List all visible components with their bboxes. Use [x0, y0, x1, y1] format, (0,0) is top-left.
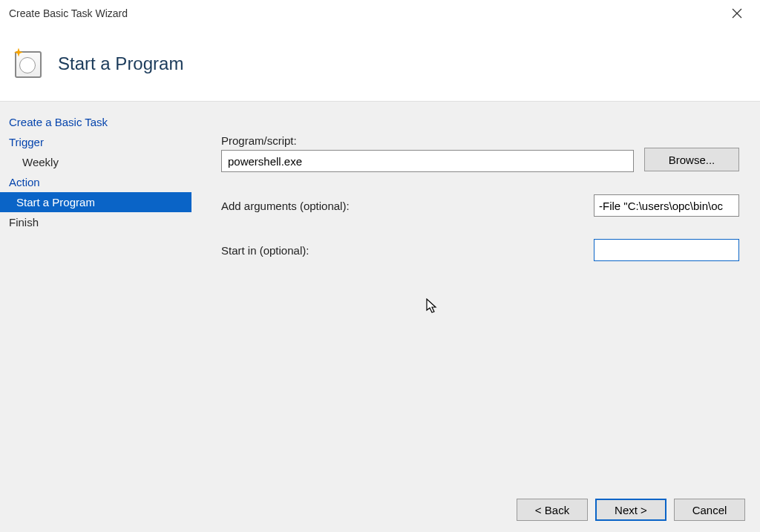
sidebar-step-action[interactable]: Action: [0, 172, 191, 192]
back-button[interactable]: < Back: [517, 499, 588, 521]
arguments-input[interactable]: [594, 194, 739, 217]
next-button[interactable]: Next >: [595, 499, 666, 521]
cancel-button[interactable]: Cancel: [674, 499, 745, 521]
page-title: Start a Program: [58, 53, 183, 74]
sidebar-step-finish: Finish: [0, 212, 191, 232]
sidebar-step-start-a-program: Start a Program: [0, 192, 191, 212]
arguments-row: Add arguments (optional):: [221, 194, 739, 217]
close-button[interactable]: [720, 1, 754, 25]
content-row: Create a Basic TaskTriggerWeeklyActionSt…: [0, 102, 760, 487]
start-in-label: Start in (optional):: [221, 244, 594, 257]
wizard-steps-sidebar: Create a Basic TaskTriggerWeeklyActionSt…: [0, 102, 191, 487]
wizard-window: Create Basic Task Wizard Start a Program…: [0, 0, 760, 532]
program-script-input[interactable]: [221, 150, 634, 172]
program-row: Browse...: [221, 147, 739, 172]
wizard-main-panel: Program/script: Browse... Add arguments …: [191, 102, 760, 487]
wizard-header: Start a Program: [0, 27, 760, 101]
arguments-label: Add arguments (optional):: [221, 200, 594, 212]
wizard-body: Create a Basic TaskTriggerWeeklyActionSt…: [0, 101, 760, 532]
sidebar-step-trigger[interactable]: Trigger: [0, 132, 191, 152]
close-icon: [732, 8, 742, 19]
browse-button[interactable]: Browse...: [644, 148, 739, 171]
sidebar-step-weekly: Weekly: [0, 152, 191, 172]
start-in-row: Start in (optional):: [221, 239, 739, 261]
task-scheduler-icon: [12, 48, 43, 79]
wizard-footer: < Back Next > Cancel: [0, 487, 760, 532]
sparkle-icon: [12, 47, 25, 60]
sidebar-step-create-a-basic-task[interactable]: Create a Basic Task: [0, 112, 191, 132]
window-title: Create Basic Task Wizard: [9, 7, 128, 19]
program-script-label: Program/script:: [221, 134, 739, 147]
start-in-input[interactable]: [594, 239, 739, 261]
titlebar: Create Basic Task Wizard: [0, 0, 760, 27]
